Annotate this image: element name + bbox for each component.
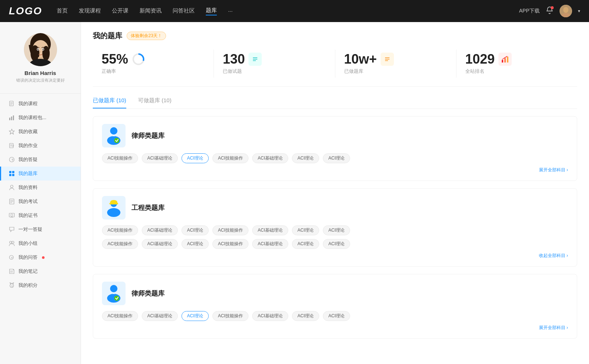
svg-point-63 — [114, 138, 119, 143]
qbank-collapse-2[interactable]: 收起全部科目 › — [102, 253, 568, 259]
nav-open-course[interactable]: 公开课 — [112, 7, 128, 15]
topnav: LOGO 首页 发现课程 公开课 新闻资讯 问答社区 题库 ··· APP下载 — [0, 0, 589, 22]
tag-2-5[interactable]: ACI基础理论 — [252, 225, 288, 235]
sidebar-item-qa[interactable]: ? 我的答疑 — [0, 153, 81, 167]
stat-label-banks: 已做题库 — [344, 68, 447, 75]
sidebar-item-favorites[interactable]: 我的收藏 — [0, 125, 81, 139]
svg-rect-58 — [504, 58, 506, 63]
svg-text:?: ? — [11, 158, 14, 162]
tag-1-6[interactable]: ACI理论 — [292, 153, 319, 163]
nav-more[interactable]: ··· — [228, 8, 233, 15]
nav-qbank[interactable]: 题库 — [206, 7, 217, 15]
svg-rect-29 — [12, 171, 14, 173]
list-orange-icon — [383, 55, 392, 64]
stat-top-questions: 130 — [223, 53, 326, 66]
nav-home[interactable]: 首页 — [57, 7, 68, 15]
tag-3-2[interactable]: ACI基础理论 — [142, 311, 178, 321]
stat-ranking: 1029 全站排名 — [456, 50, 577, 78]
bar-icon — [9, 115, 15, 121]
tag-2-2[interactable]: ACI基础理论 — [142, 225, 178, 235]
qbank-card-lawyer-1: 律师类题库 ACI技能操作 ACI基础理论 ACI理论 ACI技能操作 ACI基… — [93, 116, 577, 181]
group-icon — [9, 240, 15, 246]
logo[interactable]: LOGO — [9, 5, 42, 17]
tag-2-9[interactable]: ACI基础理论 — [142, 239, 178, 249]
tag-2-3[interactable]: ACI理论 — [181, 225, 209, 235]
sidebar-item-my-course[interactable]: 我的课程 — [0, 97, 81, 111]
sidebar-item-qbank[interactable]: 我的题库 — [0, 167, 81, 181]
qbank-header-engineer: 工程类题库 — [102, 196, 568, 220]
tag-2-1[interactable]: ACI技能操作 — [102, 225, 138, 235]
tag-2-10[interactable]: ACI理论 — [181, 239, 209, 249]
qbank-title-text-1: 律师类题库 — [131, 131, 165, 140]
tab-todo[interactable]: 可做题库 (10) — [138, 97, 172, 108]
sidebar-item-questions[interactable]: ? 我的问答 — [0, 250, 81, 264]
tag-1-7[interactable]: ACI理论 — [323, 153, 350, 163]
tag-1-5[interactable]: ACI基础理论 — [252, 153, 288, 163]
sidebar-item-cert[interactable]: 我的证书 — [0, 208, 81, 222]
sidebar-item-group[interactable]: 我的小组 — [0, 236, 81, 250]
sidebar-item-tutor[interactable]: 一对一答疑 — [0, 222, 81, 236]
profile-avatar-svg — [24, 33, 57, 66]
user-dropdown-arrow[interactable]: ▾ — [578, 8, 580, 14]
qbank-card-engineer: 工程类题库 ACI技能操作 ACI基础理论 ACI理论 ACI技能操作 ACI基… — [93, 188, 577, 267]
qbank-expand-1[interactable]: 展开全部科目 › — [102, 167, 568, 173]
notification-dot — [551, 6, 554, 9]
tag-1-2[interactable]: ACI基础理论 — [142, 153, 178, 163]
nav-qa[interactable]: 问答社区 — [173, 7, 195, 15]
lawyer-icon-svg-2 — [106, 284, 122, 303]
svg-text:★: ★ — [11, 285, 13, 287]
sidebar-label-my-course: 我的课程 — [18, 100, 38, 107]
tag-1-1[interactable]: ACI技能操作 — [102, 153, 138, 163]
tag-2-6[interactable]: ACI理论 — [292, 225, 319, 235]
stat-value-banks: 10w+ — [344, 53, 377, 66]
chat-icon — [9, 226, 15, 232]
tag-2-14[interactable]: ACI理论 — [323, 239, 350, 249]
svg-rect-28 — [9, 171, 11, 173]
qbank-title-lawyer-2-wrap: 律师类题库 — [131, 289, 165, 298]
svg-point-60 — [110, 127, 117, 135]
nav-discover[interactable]: 发现课程 — [79, 7, 101, 15]
qbank-tags-engineer-row2: ACI技能操作 ACI基础理论 ACI理论 ACI技能操作 ACI基础理论 AC… — [102, 239, 568, 249]
tag-3-5[interactable]: ACI基础理论 — [252, 311, 288, 321]
tag-1-4[interactable]: ACI技能操作 — [212, 153, 248, 163]
qbank-title-text-2: 工程类题库 — [131, 203, 165, 212]
tag-3-4[interactable]: ACI技能操作 — [212, 311, 248, 321]
qbank-title-lawyer-1: 律师类题库 — [131, 131, 165, 140]
tag-3-3[interactable]: ACI理论 — [181, 311, 209, 321]
sidebar-item-course-pack[interactable]: 我的课程包... — [0, 111, 81, 125]
qbank-expand-3[interactable]: 展开全部科目 › — [102, 325, 568, 331]
qbank-tags-engineer-row1: ACI技能操作 ACI基础理论 ACI理论 ACI技能操作 ACI基础理论 AC… — [102, 225, 568, 235]
tag-2-12[interactable]: ACI基础理论 — [252, 239, 288, 249]
sidebar-item-profile[interactable]: 我的资料 — [0, 181, 81, 195]
tab-done[interactable]: 已做题库 (10) — [93, 97, 126, 108]
sidebar-item-exam[interactable]: 我的考试 — [0, 195, 81, 208]
star-icon — [9, 129, 15, 135]
app-download-link[interactable]: APP下载 — [519, 8, 540, 14]
tag-2-7[interactable]: ACI理论 — [323, 225, 350, 235]
svg-rect-31 — [12, 174, 14, 176]
sidebar-item-homework[interactable]: 我的作业 — [0, 139, 81, 153]
sidebar-item-points[interactable]: ★ 我的积分 — [0, 278, 81, 292]
stat-top-rank: 1029 — [465, 53, 568, 66]
tag-1-3[interactable]: ACI理论 — [181, 153, 209, 163]
nav-news[interactable]: 新闻资讯 — [140, 7, 162, 15]
qbank-icon-lawyer-1 — [102, 124, 126, 147]
tag-2-4[interactable]: ACI技能操作 — [212, 225, 248, 235]
svg-point-38 — [11, 214, 13, 216]
avatar-image — [560, 5, 572, 17]
stat-value-rank: 1029 — [465, 53, 495, 66]
user-avatar[interactable] — [560, 5, 572, 17]
grid-icon — [9, 171, 15, 176]
stat-icon-questions — [248, 53, 262, 66]
tag-3-1[interactable]: ACI技能操作 — [102, 311, 138, 321]
notification-bell[interactable] — [546, 6, 554, 16]
tag-3-6[interactable]: ACI理论 — [292, 311, 319, 321]
sidebar-label-points: 我的积分 — [18, 282, 38, 289]
svg-rect-23 — [10, 143, 13, 148]
tag-3-7[interactable]: ACI理论 — [323, 311, 350, 321]
sidebar-item-notes[interactable]: 我的笔记 — [0, 264, 81, 278]
stat-label-questions: 已做试题 — [223, 68, 326, 75]
tag-2-8[interactable]: ACI技能操作 — [102, 239, 138, 249]
tag-2-13[interactable]: ACI理论 — [292, 239, 319, 249]
tag-2-11[interactable]: ACI技能操作 — [212, 239, 248, 249]
